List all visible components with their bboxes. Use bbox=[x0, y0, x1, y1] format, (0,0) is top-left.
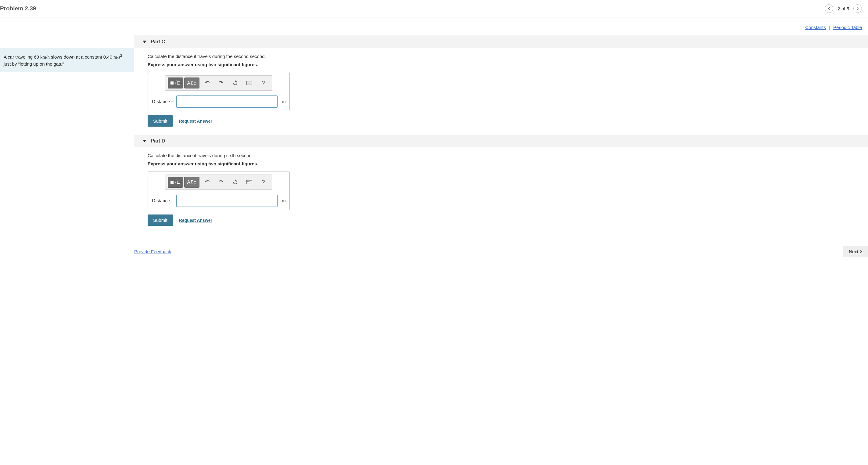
part-c-answer-row: Distance = m bbox=[152, 95, 286, 108]
part-c-submit-button[interactable]: Submit bbox=[148, 115, 173, 127]
part-c-answer-box: √ ΑΣϕ ? bbox=[148, 72, 290, 111]
part-c-request-answer-link[interactable]: Request Answer bbox=[179, 119, 212, 123]
part-d-actions: Submit Request Answer bbox=[148, 214, 862, 226]
part-d-header[interactable]: Part D bbox=[134, 135, 868, 147]
svg-rect-1 bbox=[247, 82, 248, 82]
link-separator: | bbox=[829, 25, 830, 30]
template-button[interactable]: √ bbox=[168, 78, 183, 88]
part-c-variable-label: Distance = bbox=[152, 98, 174, 105]
next-button[interactable]: Next bbox=[843, 246, 868, 257]
help-button[interactable]: ? bbox=[257, 177, 270, 187]
part-c-actions: Submit Request Answer bbox=[148, 115, 862, 127]
page-count: 2 of 5 bbox=[837, 6, 849, 11]
greek-symbols-button[interactable]: ΑΣϕ bbox=[184, 177, 199, 187]
problem-statement-column: A car traveling 60 km/h slows down at a … bbox=[0, 18, 134, 465]
keyboard-button[interactable] bbox=[243, 78, 255, 88]
next-problem-button[interactable] bbox=[854, 4, 862, 13]
problem-nav: 2 of 5 bbox=[825, 4, 862, 13]
answer-column: Constants | Periodic Table Part C Calcul… bbox=[134, 18, 868, 465]
part-d-title: Part D bbox=[151, 138, 165, 144]
equation-toolbar: √ ΑΣϕ ? bbox=[165, 75, 272, 91]
provide-feedback-link[interactable]: Provide Feedback bbox=[134, 249, 171, 254]
problem-text: A car traveling 60 km/h slows down at a … bbox=[4, 54, 122, 66]
svg-rect-7 bbox=[246, 180, 252, 184]
undo-button[interactable] bbox=[201, 177, 214, 187]
svg-rect-0 bbox=[246, 81, 252, 85]
redo-button[interactable] bbox=[215, 177, 227, 187]
part-c-prompt: Calculate the distance it travels during… bbox=[148, 54, 862, 59]
problem-statement: A car traveling 60 km/h slows down at a … bbox=[0, 48, 134, 72]
next-button-label: Next bbox=[849, 249, 858, 254]
collapse-caret-icon bbox=[143, 40, 146, 43]
svg-rect-5 bbox=[251, 82, 251, 82]
part-d-body: Calculate the distance it travels during… bbox=[134, 147, 868, 234]
undo-button[interactable] bbox=[201, 78, 214, 88]
part-c-body: Calculate the distance it travels during… bbox=[134, 48, 868, 135]
help-button[interactable]: ? bbox=[257, 78, 270, 88]
part-d-answer-box: √ ΑΣϕ ? bbox=[148, 171, 290, 210]
template-button[interactable]: √ bbox=[168, 177, 183, 187]
greek-symbols-button[interactable]: ΑΣϕ bbox=[184, 78, 199, 88]
part-c-unit: m bbox=[282, 98, 286, 105]
equation-toolbar: √ ΑΣϕ ? bbox=[165, 175, 272, 190]
svg-rect-12 bbox=[251, 181, 251, 181]
reset-button[interactable] bbox=[229, 78, 242, 88]
collapse-caret-icon bbox=[143, 140, 146, 142]
constants-link[interactable]: Constants bbox=[805, 25, 826, 30]
problem-header: Problem 2.39 2 of 5 bbox=[0, 0, 868, 18]
prev-problem-button[interactable] bbox=[825, 4, 833, 13]
svg-rect-8 bbox=[247, 181, 248, 181]
part-c-title: Part C bbox=[151, 39, 165, 45]
svg-rect-2 bbox=[248, 82, 249, 82]
svg-rect-10 bbox=[249, 181, 249, 181]
part-d-answer-input[interactable] bbox=[176, 195, 277, 207]
svg-rect-13 bbox=[248, 183, 251, 183]
footer: Provide Feedback Next bbox=[134, 243, 868, 260]
part-d-submit-button[interactable]: Submit bbox=[148, 214, 173, 226]
svg-rect-9 bbox=[248, 181, 249, 181]
main-container: A car traveling 60 km/h slows down at a … bbox=[0, 18, 868, 465]
keyboard-button[interactable] bbox=[243, 177, 255, 187]
part-c-header[interactable]: Part C bbox=[134, 35, 868, 48]
svg-rect-4 bbox=[250, 82, 250, 82]
svg-rect-6 bbox=[248, 84, 251, 84]
redo-button[interactable] bbox=[215, 78, 227, 88]
reset-button[interactable] bbox=[229, 177, 242, 187]
reference-links: Constants | Periodic Table bbox=[134, 22, 868, 35]
part-d-variable-label: Distance = bbox=[152, 198, 174, 204]
part-c-instruction: Express your answer using two significan… bbox=[148, 62, 862, 67]
periodic-table-link[interactable]: Periodic Table bbox=[833, 25, 862, 30]
svg-rect-3 bbox=[249, 82, 249, 82]
part-d-prompt: Calculate the distance it travels during… bbox=[148, 153, 862, 158]
part-d-instruction: Express your answer using two significan… bbox=[148, 161, 862, 166]
part-d-request-answer-link[interactable]: Request Answer bbox=[179, 218, 212, 223]
part-d-answer-row: Distance = m bbox=[152, 195, 286, 207]
problem-title: Problem 2.39 bbox=[0, 5, 36, 12]
chevron-right-icon bbox=[860, 250, 863, 253]
part-d-unit: m bbox=[282, 198, 286, 204]
svg-rect-11 bbox=[250, 181, 250, 181]
part-c-answer-input[interactable] bbox=[176, 95, 277, 108]
